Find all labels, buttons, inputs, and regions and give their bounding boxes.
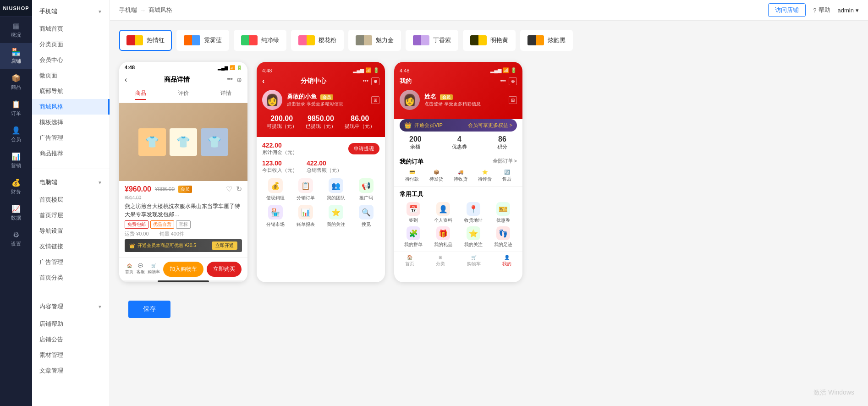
- dist-qr-icon[interactable]: ⊕: [371, 77, 379, 85]
- sidebar-item-marketing[interactable]: 📊 营销: [0, 148, 32, 174]
- dist-grid-sales[interactable]: 💰 使现销组: [262, 178, 289, 201]
- nav-pc-header[interactable]: 电脑端 ▼: [32, 175, 110, 190]
- tab-goods[interactable]: 商品: [135, 89, 146, 100]
- add-to-cart-button[interactable]: 加入购物车: [163, 262, 203, 277]
- dist-grid-follow[interactable]: ⭐ 我的关注: [323, 205, 349, 228]
- nav-item-material[interactable]: 素材管理: [32, 347, 110, 363]
- sidebar-item-finance[interactable]: 💰 财务: [0, 174, 32, 200]
- share-icon[interactable]: ↻: [236, 185, 242, 193]
- team-icon: 👥: [329, 178, 343, 193]
- tool-follow[interactable]: ⭐ 我的关注: [460, 226, 487, 248]
- tool-footprint[interactable]: 👣 我的足迹: [490, 226, 517, 248]
- pending-review-icon: ⭐: [482, 170, 488, 175]
- sidebar-item-store[interactable]: 🏪 店铺: [0, 43, 32, 69]
- product-info: ¥960.00 ¥886.00 会员 ♡ ↻ ¥914.00 燕之坊煎台大楼桃洗…: [119, 181, 247, 258]
- nav-content-header[interactable]: 内容管理 ▼: [32, 299, 110, 314]
- nav-mobile-header[interactable]: 手机端 ▼: [32, 4, 110, 19]
- data-icon: 📈: [11, 204, 21, 213]
- save-button[interactable]: 保存: [128, 301, 170, 318]
- tool-gift[interactable]: 🎁 我的礼品: [430, 226, 457, 248]
- order-pending-pay[interactable]: 💳 待付款: [405, 170, 419, 182]
- theme-swatch: [241, 35, 258, 45]
- nav-item-category[interactable]: 分类页面: [32, 37, 110, 52]
- my-vip-bar[interactable]: 👑 开通会员VIP 会员可享更多权益 >: [400, 119, 517, 132]
- nav-item-store-style[interactable]: 商城风格: [32, 99, 110, 115]
- dist-grid-bill[interactable]: 📊 账单报表: [292, 205, 319, 228]
- tool-checkin[interactable]: 📅 签到: [400, 202, 427, 224]
- dist-user-details: 勇敢的小鱼 会员 点击登录 享受更多精彩信息: [287, 93, 343, 107]
- nav-item-home-category[interactable]: 首页分类: [32, 270, 110, 285]
- theme-dazzle-black[interactable]: 炫酷黑: [520, 30, 573, 51]
- service-nav-icon[interactable]: 💬 客服: [137, 263, 145, 275]
- tool-group[interactable]: 🧩 我的拼单: [400, 226, 427, 248]
- nav-item-store-home[interactable]: 商城首页: [32, 21, 110, 37]
- nav-item-friendly-links[interactable]: 友情链接: [32, 239, 110, 254]
- dist-grid-explore[interactable]: 🔍 搜觅: [353, 205, 379, 228]
- my-nav-cart[interactable]: 🛒 购物车: [467, 255, 481, 267]
- nav-item-store-notice[interactable]: 店铺公告: [32, 332, 110, 347]
- theme-carnation-purple[interactable]: 丁香紫: [406, 30, 458, 51]
- my-user-qr[interactable]: ⊞: [509, 96, 517, 104]
- sidebar-item-member[interactable]: 👤 会员: [0, 121, 32, 148]
- theme-hot-red[interactable]: 热情红: [119, 30, 172, 51]
- sidebar-item-data[interactable]: 📈 数据: [0, 200, 32, 226]
- buy-now-button[interactable]: 立即购买: [207, 262, 242, 277]
- my-qr-icon[interactable]: ⊕: [509, 77, 517, 85]
- nav-item-product-rec[interactable]: 商品推荐: [32, 146, 110, 161]
- nav-item-ads[interactable]: 广告管理: [32, 130, 110, 146]
- order-aftersale[interactable]: 🔄 售后: [502, 170, 511, 182]
- my-nav-category[interactable]: ⊞ 分类: [436, 255, 445, 267]
- sidebar-item-goods[interactable]: 📦 商品: [0, 69, 32, 95]
- more-icon[interactable]: •••: [227, 76, 233, 83]
- theme-glamour-gold[interactable]: 魅力金: [348, 30, 401, 51]
- order-pending-ship[interactable]: 📦 待发货: [429, 170, 443, 182]
- nav-item-store-help[interactable]: 店铺帮助: [32, 316, 110, 332]
- tool-profile[interactable]: 👤 个人资料: [430, 202, 457, 224]
- theme-sky-blue[interactable]: 霓雾蓝: [176, 30, 229, 51]
- my-nav-me[interactable]: 👤 我的: [502, 255, 511, 267]
- share-icon[interactable]: ⊕: [236, 76, 242, 83]
- nav-item-home-float[interactable]: 首页浮层: [32, 208, 110, 223]
- home-nav-icon[interactable]: 🏠 首页: [125, 263, 133, 275]
- tab-detail[interactable]: 详情: [220, 89, 231, 100]
- nav-item-pc-ads[interactable]: 广告管理: [32, 254, 110, 270]
- cart-nav-icon[interactable]: 🛒 购物车: [148, 263, 160, 275]
- visit-store-button[interactable]: 访问店铺: [768, 3, 806, 17]
- my-more-icon[interactable]: •••: [500, 77, 506, 85]
- dist-grid-market[interactable]: 🏪 分销市场: [262, 205, 289, 228]
- order-pending-review[interactable]: ⭐ 待评价: [478, 170, 492, 182]
- sidebar-item-overview[interactable]: ▦ 概况: [0, 17, 32, 43]
- nav-item-template[interactable]: 模板选择: [32, 115, 110, 130]
- dist-back-icon[interactable]: ‹: [262, 77, 264, 85]
- tool-address[interactable]: 📍 收货地址: [460, 202, 487, 224]
- tool-coupon[interactable]: 🎫 优惠券: [490, 202, 517, 224]
- my-nav-home[interactable]: 🏠 首页: [405, 255, 414, 267]
- nav-item-article[interactable]: 文章管理: [32, 363, 110, 379]
- preview-row: 4:48 ▂▄▆ 📶 🔋 ‹ 商品详情 ••• ⊕ 商品: [119, 62, 859, 282]
- nav-item-micro-page[interactable]: 微页面: [32, 68, 110, 83]
- dist-grid-promo[interactable]: 📢 推广码: [353, 178, 379, 201]
- dist-grid-order[interactable]: 📋 分销订单: [292, 178, 319, 201]
- nav-item-nav-settings[interactable]: 导航设置: [32, 223, 110, 239]
- apply-withdraw-button[interactable]: 申请提现: [348, 143, 379, 154]
- sidebar-item-settings[interactable]: ⚙ 设置: [0, 226, 32, 252]
- nav-item-home-floors[interactable]: 首页楼层: [32, 192, 110, 208]
- dist-more-icon[interactable]: •••: [363, 77, 368, 85]
- theme-swatch: [356, 35, 372, 45]
- admin-menu[interactable]: admin ▾: [838, 7, 859, 14]
- favorite-icon[interactable]: ♡: [226, 185, 232, 193]
- dist-user-qr[interactable]: ⊞: [371, 96, 379, 104]
- theme-pure-green[interactable]: 纯净绿: [234, 30, 286, 51]
- theme-cherry-pink[interactable]: 樱花粉: [291, 30, 344, 51]
- order-pending-receive[interactable]: 🚚 待收货: [454, 170, 467, 182]
- all-orders-link[interactable]: 全部订单 >: [493, 158, 517, 166]
- tab-reviews[interactable]: 评价: [178, 89, 189, 100]
- dist-grid-team[interactable]: 👥 我的团队: [323, 178, 349, 201]
- breadcrumb-current: 商城风格: [148, 6, 172, 14]
- nav-item-member-center[interactable]: 会员中心: [32, 52, 110, 68]
- theme-bright-yellow[interactable]: 明艳黄: [463, 30, 516, 51]
- help-link[interactable]: ? 帮助: [813, 6, 830, 14]
- sidebar-item-order[interactable]: 📋 订单: [0, 95, 32, 121]
- nav-item-bottom-nav[interactable]: 底部导航: [32, 83, 110, 99]
- vip-open-btn[interactable]: 立即开通: [212, 241, 237, 250]
